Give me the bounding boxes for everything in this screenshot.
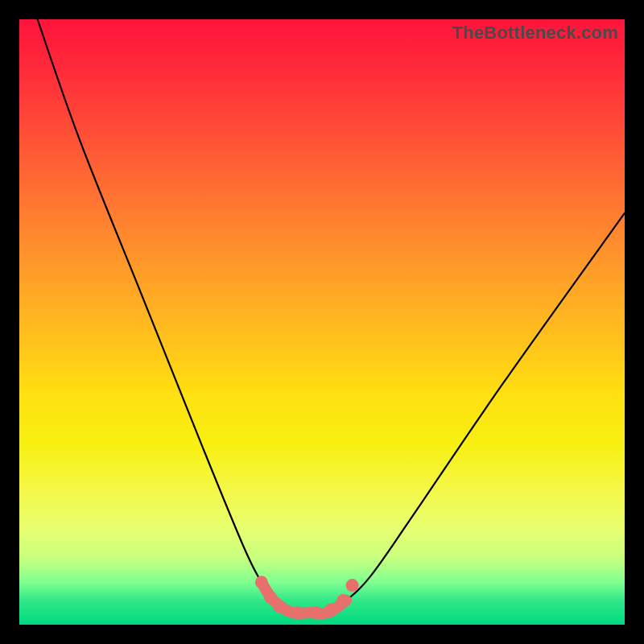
highlight-dot [336, 594, 349, 607]
chart-svg [19, 19, 625, 625]
plot-area: TheBottleneck.com [19, 19, 625, 625]
highlight-dot [264, 591, 277, 604]
highlight-dot [255, 576, 268, 588]
highlight-dot [273, 600, 286, 613]
outer-frame: TheBottleneck.com [0, 0, 644, 644]
highlight-dot [309, 606, 322, 619]
highlight-dot [324, 603, 337, 616]
bottleneck-curve [38, 19, 625, 613]
highlight-dot [291, 606, 304, 619]
highlight-dot [346, 579, 359, 592]
